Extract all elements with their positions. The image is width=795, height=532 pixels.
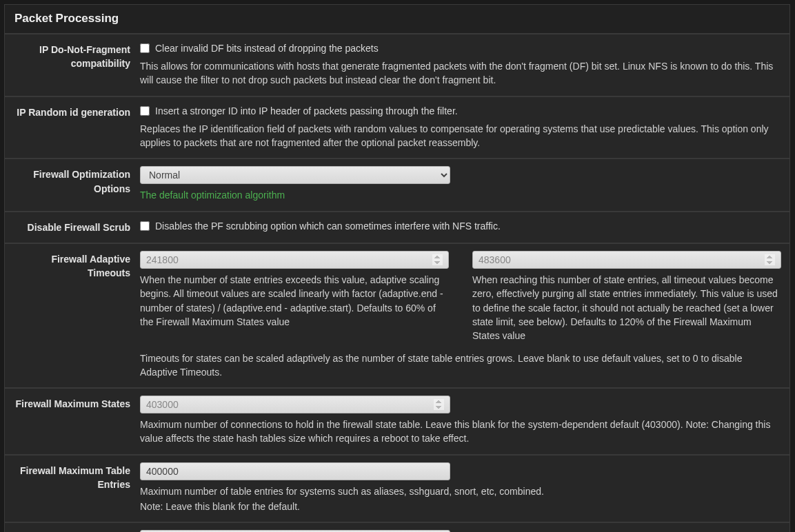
checkbox-scrub-label: Disables the PF scrubbing option which c… [155,219,501,233]
input-maxstates[interactable] [140,396,450,413]
help-adaptive-start: When the number of state entries exceeds… [140,273,449,329]
row-optimization: Firewall Optimization Options Normal The… [5,158,789,210]
label-maxtable: Firewall Maximum Table Entries [13,462,140,514]
input-maxtable[interactable] [140,462,450,480]
row-random-id: IP Random id generation Insert a stronge… [5,96,789,158]
label-maxstates: Firewall Maximum States [13,396,140,446]
checkbox-df-compat-label: Clear invalid DF bits instead of droppin… [155,41,379,55]
row-scrub: Disable Firewall Scrub Disables the PF s… [5,211,789,243]
checkbox-random-id[interactable] [140,106,150,116]
packet-processing-panel: Packet Processing IP Do-Not-Fragment com… [4,4,790,532]
label-random-id: IP Random id generation [13,104,140,150]
help-maxstates: Maximum number of connections to hold in… [140,418,781,446]
row-df-compat: IP Do-Not-Fragment compatibility Clear i… [5,33,789,96]
row-adaptive: Firewall Adaptive Timeouts When the numb… [5,243,789,387]
input-adaptive-start[interactable] [140,251,449,269]
input-adaptive-end[interactable] [472,251,781,269]
checkbox-df-compat[interactable] [140,43,150,53]
row-maxfrag: Firewall Maximum Fragment Entries Maximu… [5,522,789,532]
help-adaptive-end: When reaching this number of state entri… [472,273,781,342]
checkbox-random-id-label: Insert a stronger ID into IP header of p… [155,104,458,118]
panel-title: Packet Processing [5,5,789,33]
row-maxtable: Firewall Maximum Table Entries Maximum n… [5,454,789,522]
label-optimization: Firewall Optimization Options [13,166,140,202]
checkbox-scrub[interactable] [140,221,150,231]
label-adaptive: Firewall Adaptive Timeouts [13,251,140,379]
help-random-id: Replaces the IP identification field of … [140,122,781,150]
select-optimization[interactable]: Normal [140,166,450,184]
label-scrub: Disable Firewall Scrub [13,219,140,234]
help-df-compat: This allows for communications with host… [140,59,781,88]
help-adaptive-footer: Timeouts for states can be scaled adapti… [140,351,781,380]
label-df-compat: IP Do-Not-Fragment compatibility [13,41,140,88]
help-maxtable-1: Maximum number of table entries for syst… [140,484,781,498]
help-optimization: The default optimization algorithm [140,188,781,202]
row-maxstates: Firewall Maximum States Maximum number o… [5,387,789,454]
help-maxtable-2: Note: Leave this blank for the default. [140,500,781,513]
